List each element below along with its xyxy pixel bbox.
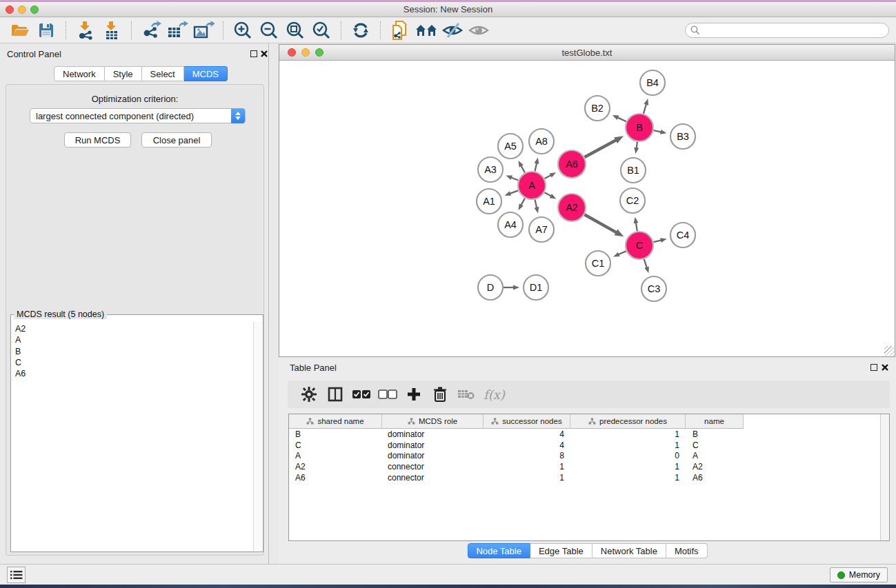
criterion-dropdown[interactable]: largest connected component (directed) — [30, 108, 246, 123]
float-panel-icon[interactable] — [250, 50, 257, 57]
table-cell: 4 — [484, 429, 570, 439]
delete-column-icon[interactable] — [428, 384, 452, 405]
table-panel: Table Panel f(x) — [279, 358, 896, 564]
add-column-icon[interactable] — [402, 384, 426, 405]
save-session-icon[interactable] — [35, 20, 57, 41]
table-cell: B — [289, 429, 382, 439]
control-panel-title: Control Panel — [7, 49, 61, 59]
graph-node-label: A4 — [504, 219, 517, 230]
run-mcds-button[interactable]: Run MCDS — [64, 132, 131, 148]
graph-edge[interactable] — [521, 165, 525, 172]
import-table-icon[interactable] — [101, 20, 123, 41]
search-icon — [690, 26, 700, 38]
table-row[interactable]: Cdominator41C — [289, 440, 880, 451]
close-table-panel-icon[interactable] — [881, 363, 889, 372]
clone-network-icon[interactable] — [389, 20, 411, 41]
memory-status-icon — [837, 571, 845, 579]
tab-node-table[interactable]: Node Table — [467, 543, 530, 558]
graph-edge[interactable] — [511, 177, 519, 180]
unselect-columns-icon[interactable] — [376, 384, 399, 405]
column-header-successor-nodes[interactable]: successor nodes — [484, 414, 570, 429]
graph-edge[interactable] — [535, 200, 537, 208]
graph-edge[interactable] — [654, 130, 661, 132]
tab-network-table[interactable]: Network Table — [593, 543, 666, 558]
graph-node-label: B1 — [627, 165, 639, 176]
desktop-strip — [0, 585, 896, 588]
graph-edge[interactable] — [584, 214, 617, 232]
result-scrollbar[interactable] — [253, 322, 262, 551]
tab-motifs[interactable]: Motifs — [666, 543, 708, 558]
mcds-result-list[interactable]: A2ABCA6 — [12, 322, 253, 551]
delete-table-icon[interactable] — [455, 384, 478, 405]
export-table-icon[interactable] — [166, 20, 188, 41]
search-input[interactable] — [685, 23, 889, 38]
graph-edge[interactable] — [653, 240, 661, 242]
show-panels-button[interactable] — [7, 567, 26, 583]
tab-edge-table[interactable]: Edge Table — [530, 543, 593, 558]
zoom-fit-icon[interactable] — [284, 20, 306, 41]
network-graph[interactable]: B4B2BB3A8A5A6A3B1AA1C2A2A4A7C4CC1DD1C3 — [279, 61, 895, 356]
result-item[interactable]: B — [15, 346, 253, 357]
table-panel-title: Table Panel — [290, 363, 337, 373]
tab-network[interactable]: Network — [54, 66, 105, 81]
table-row[interactable]: Bdominator41B — [289, 429, 880, 440]
table-scrollbar[interactable] — [880, 414, 889, 540]
table-row[interactable]: A6connector11A6 — [289, 472, 880, 483]
network-canvas[interactable]: B4B2BB3A8A5A6A3B1AA1C2A2A4A7C4CC1DD1C3 — [279, 61, 895, 356]
tab-mcds[interactable]: MCDS — [184, 66, 228, 81]
close-panel-button[interactable]: Close panel — [141, 132, 212, 148]
graph-edge[interactable] — [636, 223, 637, 232]
column-header-name[interactable]: name — [686, 414, 744, 429]
zoom-out-icon[interactable] — [258, 20, 280, 41]
column-header-mcds-role[interactable]: MCDS role — [382, 414, 484, 429]
graph-edge-arrowhead — [634, 148, 639, 154]
import-network-icon[interactable] — [74, 20, 97, 41]
table-cell: connector — [382, 462, 484, 472]
table-cell: 0 — [570, 451, 686, 460]
graph-edge[interactable] — [544, 192, 551, 196]
table-row[interactable]: Adominator80A — [289, 450, 880, 461]
graph-edge-arrowhead — [513, 285, 519, 290]
graph-edge[interactable] — [535, 163, 537, 171]
network-window-titlebar[interactable]: testGlobe.txt — [279, 45, 895, 61]
close-panel-icon[interactable] — [260, 50, 268, 58]
hide-selected-icon[interactable] — [441, 20, 464, 41]
column-header-predecessor-nodes[interactable]: predecessor nodes — [570, 414, 686, 429]
graph-edge[interactable] — [545, 175, 551, 179]
tab-style[interactable]: Style — [105, 66, 142, 81]
result-item[interactable]: A — [15, 334, 253, 345]
result-item[interactable]: C — [15, 357, 253, 368]
graph-edge[interactable] — [617, 117, 626, 121]
graph-node-label: A7 — [535, 224, 548, 235]
gear-icon[interactable] — [297, 384, 321, 405]
function-builder-icon[interactable]: f(x) — [484, 387, 505, 402]
graph-edge[interactable] — [644, 259, 647, 268]
graph-edge-arrowhead — [506, 176, 512, 181]
table-row[interactable]: A2connector11A2 — [289, 461, 880, 472]
zoom-selected-icon[interactable] — [310, 20, 332, 41]
export-image-icon[interactable] — [192, 20, 215, 41]
zoom-in-icon[interactable] — [232, 20, 254, 41]
open-file-icon[interactable] — [9, 20, 31, 41]
result-item[interactable]: A6 — [15, 368, 253, 379]
float-table-panel-icon[interactable] — [870, 364, 877, 371]
export-network-icon[interactable] — [140, 20, 162, 41]
resize-grip[interactable] — [884, 346, 894, 356]
result-item[interactable]: A2 — [15, 323, 253, 334]
graph-edge[interactable] — [584, 140, 616, 157]
first-neighbors-icon[interactable] — [415, 20, 437, 41]
graph-edge[interactable] — [521, 198, 525, 205]
graph-edge[interactable] — [510, 190, 518, 194]
column-header-shared-name[interactable]: shared name — [289, 414, 382, 429]
tab-select[interactable]: Select — [142, 66, 184, 81]
memory-button[interactable]: Memory — [830, 567, 888, 582]
table-cell: 1 — [484, 462, 570, 472]
graph-node-label: A2 — [566, 202, 578, 213]
apply-layout-icon[interactable] — [350, 20, 372, 41]
split-columns-icon[interactable] — [323, 384, 347, 405]
graph-edge[interactable] — [637, 142, 637, 149]
show-all-icon[interactable] — [468, 20, 490, 41]
graph-edge[interactable] — [644, 104, 646, 114]
graph-edge[interactable] — [618, 251, 626, 254]
select-columns-icon[interactable] — [350, 384, 373, 405]
